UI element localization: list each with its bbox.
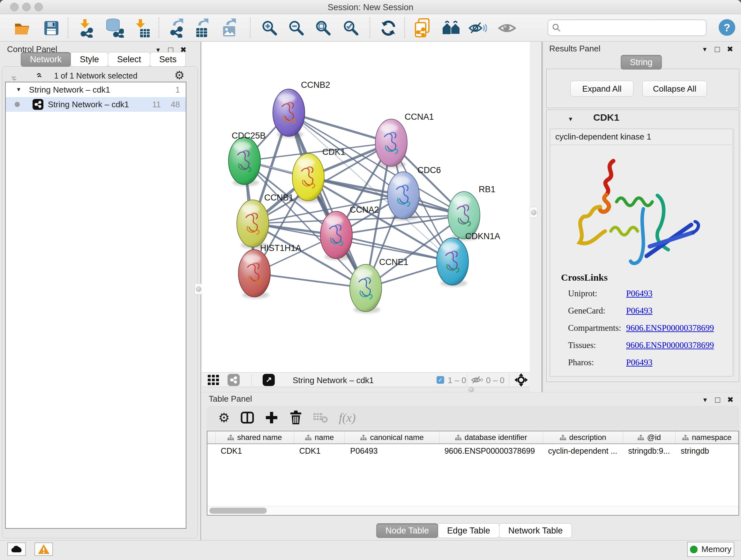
- expand-all-button[interactable]: Expand All: [570, 81, 633, 97]
- column-header-database-identifier[interactable]: database identifier: [440, 431, 543, 443]
- panel-maximize-icon[interactable]: □: [715, 395, 720, 404]
- scrollbar-thumb[interactable]: [209, 508, 267, 514]
- protein-node-cdc6[interactable]: [387, 172, 419, 221]
- import-network-file-icon[interactable]: [77, 19, 96, 37]
- cell-database-identifier[interactable]: 9606.ENSP00000378699: [440, 446, 543, 455]
- right-splitter-handle[interactable]: [530, 207, 537, 218]
- network-edge[interactable]: [253, 224, 453, 261]
- export-image-icon[interactable]: [221, 19, 239, 37]
- protein-node-cdk1[interactable]: [292, 153, 324, 202]
- network-row-selected[interactable]: String Network – cdk1 11 48: [6, 97, 186, 112]
- birds-eye-view-icon[interactable]: [442, 19, 461, 37]
- tab-node-table[interactable]: Node Table: [376, 523, 438, 538]
- column-header-canonical-name[interactable]: canonical name: [345, 431, 439, 443]
- help-button[interactable]: ?: [719, 19, 735, 36]
- horizontal-splitter[interactable]: [202, 387, 543, 392]
- tab-select[interactable]: Select: [108, 52, 150, 67]
- hidden-eye-icon[interactable]: [471, 375, 484, 386]
- warning-button[interactable]: [35, 543, 53, 556]
- protein-node-hist1h1a[interactable]: [239, 250, 270, 299]
- network-node-count: 11: [152, 100, 161, 110]
- zoom-in-icon[interactable]: [260, 19, 279, 37]
- results-scrollbar[interactable]: [732, 129, 736, 376]
- table-options-gear-icon[interactable]: ⚙: [218, 410, 230, 425]
- annotation-eye-icon[interactable]: [498, 19, 516, 37]
- column-type-icon: [560, 435, 566, 440]
- birds-eye-toggle-icon[interactable]: [514, 373, 528, 388]
- tab-sets[interactable]: Sets: [150, 52, 186, 67]
- network-canvas[interactable]: CCNB2CCNA1CDC25BCDK1CDC6RB1CCNB1CCNA2CDK…: [202, 42, 530, 372]
- zoom-selected-icon[interactable]: [342, 19, 360, 37]
- splitter-handle[interactable]: [468, 387, 474, 392]
- left-splitter-handle[interactable]: [195, 284, 202, 294]
- panel-close-icon[interactable]: ✖: [727, 45, 733, 53]
- open-in-window-icon[interactable]: ↗: [263, 374, 275, 386]
- protein-node-cdc25b[interactable]: [228, 137, 260, 186]
- cell-id[interactable]: stringdb:9...: [623, 446, 676, 455]
- export-table-icon[interactable]: [193, 19, 212, 37]
- function-builder-icon[interactable]: f(x): [339, 411, 356, 425]
- add-column-icon[interactable]: [265, 411, 278, 424]
- toolbar-separator: [250, 17, 251, 38]
- crosslink-link[interactable]: 9606.ENSP00000378699: [626, 323, 714, 333]
- search-input[interactable]: [564, 23, 702, 33]
- tab-network[interactable]: Network: [21, 52, 71, 67]
- column-header-shared-name[interactable]: shared name: [216, 431, 294, 443]
- panel-maximize-icon[interactable]: □: [715, 45, 720, 53]
- column-header-namespace[interactable]: namespace: [676, 431, 738, 443]
- protein-expander-icon[interactable]: ▼: [568, 116, 574, 123]
- import-network-database-icon[interactable]: [105, 19, 124, 37]
- cell-namespace[interactable]: stringdb: [676, 446, 738, 455]
- selected-checkbox-icon[interactable]: ✓: [436, 376, 444, 384]
- zoom-fit-icon[interactable]: [314, 19, 333, 37]
- crosslink-link[interactable]: 9606.ENSP00000378699: [626, 340, 714, 350]
- crosslink-link[interactable]: P06493: [626, 358, 653, 367]
- network-collection-row[interactable]: ▼ String Network – cdk1 1: [6, 82, 186, 97]
- table-panel: Table Panel ▼ □ ✖ ⚙ f(x) shared namename…: [202, 392, 741, 540]
- collection-expander-icon[interactable]: ▼: [16, 86, 21, 93]
- delete-column-icon[interactable]: [289, 411, 302, 425]
- zoom-out-icon[interactable]: [287, 19, 306, 37]
- import-table-file-icon[interactable]: [133, 19, 151, 37]
- cloud-button[interactable]: [7, 543, 26, 556]
- panel-float-icon[interactable]: ▼: [702, 397, 708, 403]
- copy-style-icon[interactable]: [414, 19, 432, 37]
- cell-name[interactable]: CDK1: [294, 446, 345, 455]
- table-row[interactable]: CDK1CDK1P064939606.ENSP00000378699cyclin…: [207, 444, 738, 457]
- graphics-details-icon[interactable]: [468, 19, 487, 37]
- crosslink-link[interactable]: P06493: [626, 289, 653, 298]
- save-session-icon[interactable]: [42, 19, 61, 37]
- network-edge[interactable]: [254, 273, 366, 288]
- results-buttons-box: Expand All Collapse All: [546, 69, 739, 108]
- tab-string[interactable]: String: [621, 55, 662, 70]
- tab-network-table[interactable]: Network Table: [499, 523, 572, 538]
- node-label: CCNA1: [405, 112, 434, 122]
- column-header-id[interactable]: @id: [623, 431, 676, 443]
- memory-button[interactable]: Memory: [687, 542, 734, 557]
- protein-node-cdkn1a[interactable]: [436, 238, 468, 287]
- protein-node-ccnb2[interactable]: [273, 89, 305, 138]
- cell-canonical-name[interactable]: P06493: [345, 446, 439, 455]
- cell-shared-name[interactable]: CDK1: [216, 446, 294, 455]
- delete-table-icon[interactable]: [313, 412, 328, 423]
- network-options-gear-icon[interactable]: ⚙: [174, 69, 185, 82]
- network-share-view-icon[interactable]: [227, 374, 240, 386]
- column-header-name[interactable]: name: [294, 431, 345, 443]
- protein-node-ccnb1[interactable]: [237, 200, 269, 249]
- tab-edge-table[interactable]: Edge Table: [438, 523, 499, 538]
- crosslink-link[interactable]: P06493: [626, 306, 653, 315]
- table-horizontal-scrollbar[interactable]: [207, 506, 738, 515]
- panel-close-icon[interactable]: ✖: [727, 396, 734, 403]
- collapse-all-button[interactable]: Collapse All: [643, 81, 707, 97]
- export-network-icon[interactable]: [168, 19, 187, 37]
- tab-style[interactable]: Style: [71, 52, 108, 67]
- grid-view-icon[interactable]: [208, 375, 220, 386]
- cell-description[interactable]: cyclin-dependent ...: [543, 446, 623, 455]
- refresh-icon[interactable]: [379, 19, 398, 37]
- column-header-description[interactable]: description: [543, 431, 623, 443]
- protein-node-ccne1[interactable]: [350, 264, 382, 313]
- panel-float-icon[interactable]: ▼: [702, 46, 708, 52]
- search-field[interactable]: [548, 19, 706, 36]
- open-file-icon[interactable]: [13, 19, 32, 37]
- show-columns-icon[interactable]: [241, 411, 254, 424]
